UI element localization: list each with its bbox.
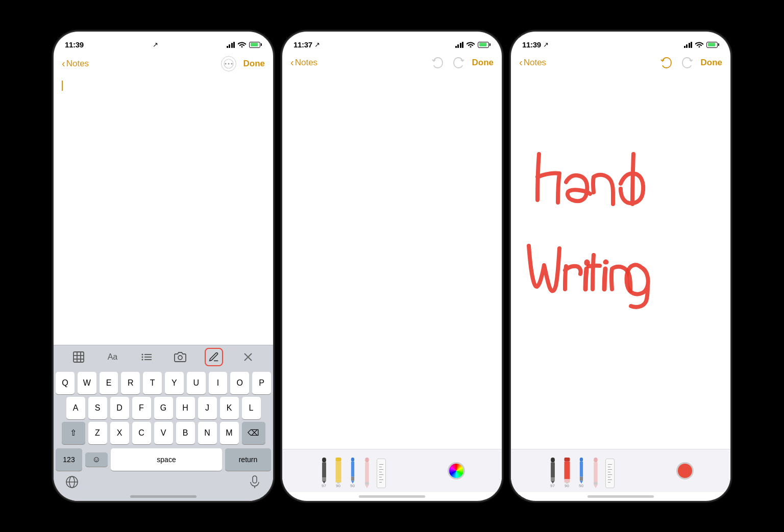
more-button-1[interactable] — [221, 56, 236, 71]
list-button[interactable] — [137, 348, 156, 366]
undo-button-3[interactable] — [660, 56, 673, 69]
signal-bar-4 — [233, 42, 235, 48]
key-y[interactable]: Y — [165, 372, 184, 394]
redo-button[interactable] — [452, 56, 465, 69]
svg-rect-22 — [253, 476, 257, 483]
pink-pen-tool[interactable] — [362, 458, 372, 488]
pen-toolbar-2: 97 90 — [282, 449, 502, 492]
key-h[interactable]: H — [176, 397, 195, 419]
nav-actions-3: Done — [660, 56, 723, 69]
yellow-marker-tool[interactable]: 90 — [334, 458, 343, 488]
key-p[interactable]: P — [252, 372, 271, 394]
drawing-canvas-3[interactable] — [511, 73, 730, 449]
key-v[interactable]: V — [154, 422, 173, 444]
signal-bars-2 — [455, 42, 464, 48]
key-123[interactable]: 123 — [56, 448, 82, 471]
svg-rect-33 — [351, 461, 354, 476]
key-emoji[interactable]: ☺ — [85, 452, 108, 467]
home-indicator-2 — [359, 495, 425, 498]
svg-point-1 — [228, 63, 229, 64]
signal-bar-3 — [231, 43, 233, 48]
signal-bar-2 — [229, 44, 230, 48]
light-pen-tool-3[interactable] — [591, 458, 600, 488]
phone-1: 11:39 ↗ — [54, 32, 273, 501]
key-o[interactable]: O — [230, 372, 249, 394]
key-return[interactable]: return — [225, 448, 271, 471]
chevron-left-icon-2: ‹ — [290, 57, 294, 67]
color-red-button-3[interactable] — [676, 462, 694, 479]
redo-button-3[interactable] — [680, 56, 694, 69]
undo-button[interactable] — [431, 56, 445, 69]
ruler-tool[interactable] — [377, 459, 386, 488]
black-pen-tool[interactable]: 97 — [320, 458, 329, 488]
key-x[interactable]: X — [110, 422, 129, 444]
done-button-2[interactable]: Done — [472, 58, 494, 68]
signal-bar-1 — [227, 46, 228, 48]
location-arrow-3: ↗ — [543, 41, 549, 48]
red-marker-tool-3[interactable]: 90 — [562, 458, 572, 488]
key-e[interactable]: E — [100, 372, 118, 394]
camera-button[interactable] — [171, 348, 189, 366]
svg-rect-24 — [322, 458, 326, 462]
key-shift[interactable]: ⇧ — [62, 422, 85, 444]
drawing-canvas-2[interactable] — [282, 73, 502, 449]
svg-rect-41 — [551, 462, 555, 477]
key-s[interactable]: S — [88, 397, 107, 419]
back-button-3[interactable]: ‹ Notes — [519, 58, 546, 68]
key-w[interactable]: W — [78, 372, 96, 394]
status-icons-1 — [227, 41, 262, 49]
key-l[interactable]: L — [242, 397, 261, 419]
globe-icon[interactable] — [65, 475, 79, 489]
key-j[interactable]: J — [198, 397, 217, 419]
key-g[interactable]: G — [154, 397, 173, 419]
notes-label-1: Notes — [66, 59, 89, 69]
phone-2: 11:37 ↗ ‹ — [282, 32, 502, 501]
blue-pen-tool[interactable]: 50 — [348, 458, 357, 488]
ruler-tool-3[interactable] — [605, 459, 615, 488]
signal-bars-3 — [684, 42, 693, 48]
chevron-left-icon-1: ‹ — [62, 58, 65, 68]
black-pen-tool-3[interactable]: 97 — [548, 458, 557, 488]
key-t[interactable]: T — [143, 372, 162, 394]
key-space[interactable]: space — [111, 448, 222, 471]
status-bar-1: 11:39 ↗ — [54, 32, 273, 54]
key-d[interactable]: D — [110, 397, 129, 419]
key-i[interactable]: I — [209, 372, 228, 394]
mic-icon[interactable] — [248, 475, 262, 489]
handwriting-svg — [511, 73, 730, 449]
note-content-1[interactable] — [54, 75, 273, 345]
key-b[interactable]: B — [176, 422, 195, 444]
home-indicator-3 — [587, 495, 654, 498]
table-button[interactable] — [69, 348, 88, 366]
key-f[interactable]: F — [132, 397, 151, 419]
pencil-button[interactable] — [205, 348, 223, 366]
done-button-1[interactable]: Done — [243, 59, 265, 69]
font-button[interactable]: Aa — [103, 348, 121, 366]
wifi-icon-3 — [695, 41, 703, 49]
color-picker-button-2[interactable] — [448, 462, 465, 479]
key-u[interactable]: U — [187, 372, 206, 394]
key-delete[interactable]: ⌫ — [242, 422, 265, 444]
close-button[interactable] — [239, 348, 257, 366]
notes-label-2: Notes — [295, 58, 317, 68]
done-button-3[interactable]: Done — [701, 58, 723, 68]
svg-rect-26 — [322, 477, 326, 480]
key-z[interactable]: Z — [88, 422, 107, 444]
key-r[interactable]: R — [121, 372, 140, 394]
status-bar-2: 11:37 ↗ — [282, 32, 502, 54]
key-m[interactable]: M — [220, 422, 239, 444]
status-icons-2 — [455, 41, 491, 49]
back-button-2[interactable]: ‹ Notes — [290, 58, 317, 68]
key-k[interactable]: K — [220, 397, 239, 419]
back-button-1[interactable]: ‹ Notes — [62, 59, 89, 69]
svg-rect-48 — [579, 458, 582, 462]
key-a[interactable]: A — [66, 397, 85, 419]
nav-bar-1: ‹ Notes Done — [54, 54, 273, 75]
key-q[interactable]: Q — [56, 372, 75, 394]
blue-pen-tool-3[interactable]: 50 — [577, 458, 586, 488]
nav-bar-3: ‹ Notes Done — [511, 54, 730, 73]
key-c[interactable]: C — [132, 422, 151, 444]
key-n[interactable]: N — [198, 422, 217, 444]
svg-rect-44 — [564, 458, 570, 462]
status-icons-3 — [684, 41, 720, 49]
